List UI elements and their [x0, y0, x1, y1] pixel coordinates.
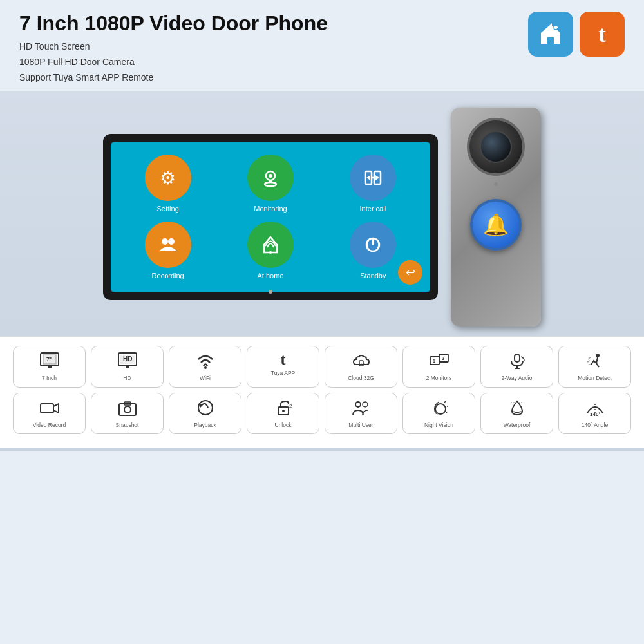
feature-7inch: 7" 7 Inch: [13, 346, 86, 387]
feature-night: Night Vision: [402, 393, 475, 434]
features-row-2: Video Record Snapshot: [13, 393, 631, 434]
svg-text:1: 1: [433, 359, 435, 363]
feature-hd: HD HD: [91, 346, 164, 387]
svg-rect-22: [126, 366, 129, 368]
feature-tuya-icon: t: [281, 352, 286, 367]
feature-hd-label: HD: [123, 375, 131, 381]
feature-wifi-icon: [195, 352, 216, 372]
feature-angle-label: 140° Angle: [582, 422, 608, 428]
doorbell-unit: 🔔: [451, 108, 541, 327]
svg-marker-8: [375, 175, 379, 180]
feature-waterproof: Waterproof: [480, 393, 553, 434]
intercall-label: Inter call: [360, 205, 387, 213]
device-area: ⚙ Setting Monitoring: [0, 98, 644, 336]
setting-icon: ⚙: [145, 155, 191, 201]
svg-marker-9: [366, 175, 370, 180]
features-section: 7" 7 Inch HD HD: [0, 336, 644, 448]
feature-line-2: 1080P Full HD Door Camera: [19, 55, 625, 70]
feature-motion-label: Motion Detect: [578, 375, 611, 381]
svg-text:140°: 140°: [590, 412, 601, 417]
product-header: 7 Inch 1080P Video Door Phone HD Touch S…: [0, 0, 644, 91]
feature-7inch-icon: 7": [39, 352, 60, 372]
feature-tuya-label: Tuya APP: [271, 370, 295, 376]
feature-playback-label: Playback: [194, 422, 216, 428]
athome-label: At home: [258, 272, 284, 279]
feature-night-icon: [429, 399, 450, 419]
svg-point-23: [204, 366, 207, 369]
feature-unlock-label: Unlock: [275, 422, 292, 428]
monitor: ⚙ Setting Monitoring: [103, 134, 438, 300]
monitoring-icon: [247, 155, 294, 201]
feature-cloud: 32G Cloud 32G: [325, 346, 397, 387]
feature-line-3: Support Tuya Smart APP Remote: [19, 70, 625, 86]
feature-multiuser-label: Multi User: [348, 422, 373, 428]
feature-snapshot-icon: [117, 399, 138, 419]
standby-icon: [350, 222, 396, 268]
recording-icon: [145, 222, 191, 268]
bell-button[interactable]: 🔔: [470, 199, 522, 251]
feature-waterproof-icon: [507, 399, 527, 419]
feature-playback: Playback: [169, 393, 242, 434]
feature-unlock-icon: 2: [273, 399, 294, 419]
camera-lens-inner: [480, 131, 512, 163]
screen-btn-recording[interactable]: Recording: [121, 222, 214, 279]
feature-multiuser: Multi User: [325, 393, 397, 434]
back-button[interactable]: ↩: [398, 260, 422, 285]
svg-line-49: [446, 412, 447, 413]
svg-text:7": 7": [46, 356, 52, 363]
svg-text:32G: 32G: [360, 362, 366, 366]
feature-unlock: 2 Unlock: [247, 393, 319, 434]
monitor-dot: [269, 290, 272, 294]
feature-waterproof-label: Waterproof: [504, 422, 531, 428]
svg-rect-30: [515, 354, 520, 362]
recording-label: Recording: [152, 272, 184, 279]
feature-wifi-label: WiFi: [200, 375, 211, 381]
feature-audio-icon: [507, 352, 527, 372]
feature-snapshot-label: Snapshot: [116, 422, 139, 428]
svg-text:2: 2: [289, 403, 292, 409]
svg-point-11: [168, 238, 175, 245]
screen-btn-intercall[interactable]: Inter call: [327, 155, 420, 213]
feature-audio-label: 2-Way Audio: [502, 375, 533, 381]
feature-cloud-label: Cloud 32G: [348, 375, 374, 381]
svg-point-10: [162, 238, 168, 245]
feature-night-label: Night Vision: [424, 422, 453, 428]
svg-rect-17: [48, 366, 52, 368]
feature-video: Video Record: [13, 393, 86, 434]
svg-text:2: 2: [442, 356, 444, 361]
svg-text:HD: HD: [123, 355, 132, 363]
feature-motion: Motion Detect: [558, 346, 631, 387]
svg-point-45: [363, 402, 368, 407]
feature-video-icon: [39, 399, 60, 419]
brand-icons: t: [528, 12, 625, 57]
svg-point-46: [435, 404, 446, 414]
feature-angle: 140° 140° Angle: [558, 393, 631, 434]
screen-btn-monitoring[interactable]: Monitoring: [223, 155, 317, 213]
monitor-screen: ⚙ Setting Monitoring: [111, 142, 430, 292]
screen-btn-athome[interactable]: At home: [223, 222, 317, 279]
feature-motion-icon: [585, 352, 605, 372]
svg-marker-35: [53, 404, 59, 413]
svg-point-33: [596, 354, 600, 357]
feature-7inch-label: 7 Inch: [42, 375, 57, 381]
feature-snapshot: Snapshot: [91, 393, 164, 434]
intercall-icon: [350, 155, 396, 201]
feature-video-label: Video Record: [33, 422, 66, 428]
feature-monitors-label: 2 Monitors: [426, 375, 452, 381]
svg-point-44: [355, 402, 361, 407]
svg-line-47: [444, 401, 446, 402]
feature-wifi: WiFi: [169, 346, 242, 387]
home-brand-icon: [528, 12, 573, 57]
feature-hd-icon: HD: [117, 352, 138, 372]
svg-point-2: [269, 174, 272, 178]
svg-point-37: [124, 406, 131, 413]
feature-angle-icon: 140°: [585, 399, 605, 419]
feature-multiuser-icon: [351, 399, 372, 419]
feature-tuya: t Tuya APP: [247, 346, 319, 387]
tuya-brand-icon: t: [580, 12, 625, 57]
feature-cloud-icon: 32G: [351, 352, 372, 372]
feature-monitors: 1 2 2 Monitors: [402, 346, 475, 387]
monitoring-label: Monitoring: [254, 205, 287, 213]
feature-monitors-icon: 1 2: [429, 352, 450, 372]
screen-btn-setting[interactable]: ⚙ Setting: [121, 155, 214, 213]
